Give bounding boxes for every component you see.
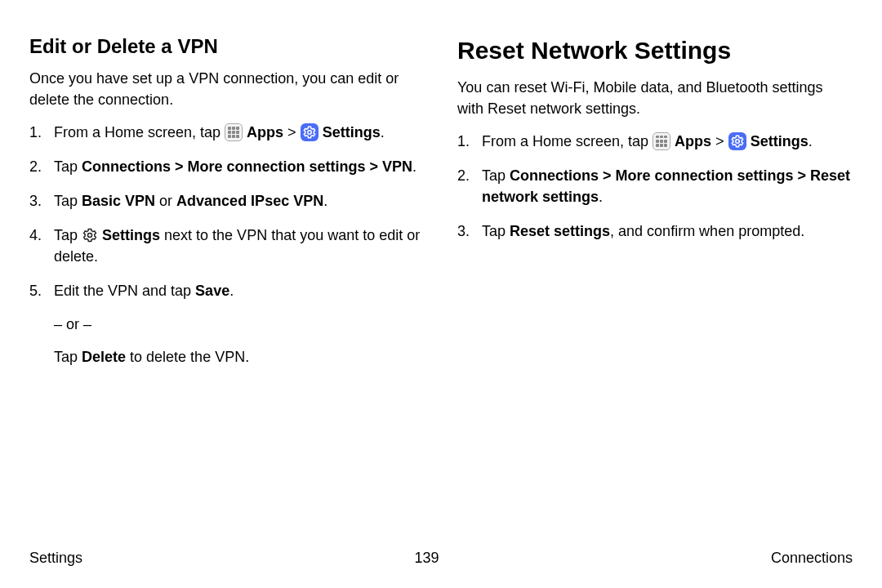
svg-point-2 xyxy=(735,139,739,143)
apps-icon xyxy=(653,132,670,150)
left-step-3: Tap Basic VPN or Advanced IPsec VPN. xyxy=(29,190,425,212)
path: Connections > More connection settings >… xyxy=(82,158,412,175)
right-heading: Reset Network Settings xyxy=(457,33,853,69)
settings-label: Settings xyxy=(323,124,381,140)
period: . xyxy=(323,193,327,209)
settings-label: Settings xyxy=(102,227,160,243)
or-divider: – or – xyxy=(54,314,425,335)
gear-icon xyxy=(82,227,98,243)
text: Tap xyxy=(54,227,82,243)
period: . xyxy=(381,124,385,140)
text-f: to delete the VPN. xyxy=(126,349,249,365)
text-d: Tap xyxy=(54,349,82,365)
text: From a Home screen, tap xyxy=(482,133,653,149)
text: Tap xyxy=(54,193,82,209)
period: . xyxy=(808,133,813,149)
right-step-3: Tap Reset settings, and confirm when pro… xyxy=(457,220,853,242)
settings-label: Settings xyxy=(751,133,808,149)
separator: > xyxy=(715,133,728,149)
left-intro: Once you have set up a VPN connection, y… xyxy=(29,68,425,110)
path: Connections > More connection settings >… xyxy=(482,167,850,205)
left-step-5: Edit the VPN and tap Save. – or – Tap De… xyxy=(29,280,425,367)
footer-left: Settings xyxy=(29,547,82,568)
delete-line: Tap Delete to delete the VPN. xyxy=(54,346,425,368)
left-step-1: From a Home screen, tap Apps > Settings. xyxy=(29,122,425,143)
right-step-1: From a Home screen, tap Apps > Settings. xyxy=(457,131,853,152)
svg-point-1 xyxy=(88,234,92,238)
text: From a Home screen, tap xyxy=(54,124,225,140)
rest: , and confirm when prompted. xyxy=(610,223,804,239)
reset-settings: Reset settings xyxy=(510,223,610,239)
apps-label: Apps xyxy=(247,124,283,140)
footer-page-number: 139 xyxy=(414,547,439,568)
text: Tap xyxy=(482,167,510,184)
settings-blue-icon xyxy=(728,132,746,150)
footer: Settings 139 Connections xyxy=(29,547,853,568)
or: or xyxy=(155,193,176,209)
footer-right: Connections xyxy=(771,547,853,568)
left-step-2: Tap Connections > More connection settin… xyxy=(29,156,425,177)
separator: > xyxy=(287,124,301,140)
right-column: Reset Network Settings You can reset Wi-… xyxy=(457,33,853,381)
settings-blue-icon xyxy=(301,123,318,141)
left-step-4: Tap Settings next to the VPN that you wa… xyxy=(29,225,425,267)
right-steps: From a Home screen, tap Apps > Settings.… xyxy=(457,131,853,242)
text-a: Edit the VPN and tap xyxy=(54,283,195,299)
save: Save xyxy=(195,283,229,299)
period: . xyxy=(412,158,416,175)
text: Tap xyxy=(482,223,510,239)
text: Tap xyxy=(54,158,82,175)
left-column: Edit or Delete a VPN Once you have set u… xyxy=(29,33,425,381)
period: . xyxy=(229,283,234,299)
right-intro: You can reset Wi-Fi, Mobile data, and Bl… xyxy=(457,77,853,119)
content-columns: Edit or Delete a VPN Once you have set u… xyxy=(29,33,853,381)
right-step-2: Tap Connections > More connection settin… xyxy=(457,165,853,207)
period: . xyxy=(599,189,603,205)
left-heading: Edit or Delete a VPN xyxy=(29,33,425,61)
svg-point-0 xyxy=(307,131,311,135)
delete: Delete xyxy=(82,349,126,365)
apps-label: Apps xyxy=(675,133,711,149)
left-steps: From a Home screen, tap Apps > Settings.… xyxy=(29,122,425,368)
advanced-ipsec: Advanced IPsec VPN xyxy=(176,193,323,209)
basic-vpn: Basic VPN xyxy=(82,193,155,209)
apps-icon xyxy=(225,123,243,141)
